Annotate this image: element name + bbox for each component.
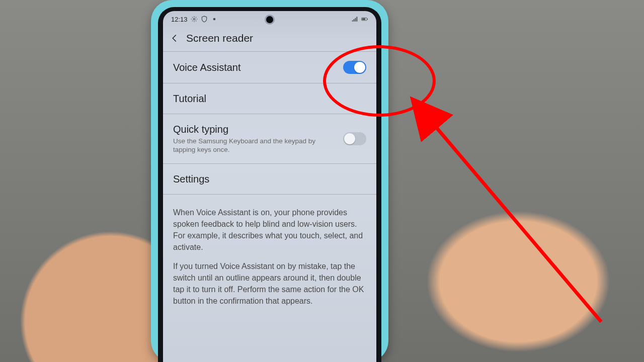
- row-voice-assistant[interactable]: Voice Assistant: [163, 52, 376, 83]
- status-right: [351, 16, 368, 23]
- svg-point-1: [213, 18, 215, 21]
- phone-bezel: 12:13 Screen reader Voice Assis: [158, 7, 381, 362]
- row-tutorial[interactable]: Tutorial: [163, 83, 376, 114]
- svg-point-0: [193, 18, 195, 20]
- voice-assistant-toggle[interactable]: [343, 61, 366, 74]
- battery-icon: [361, 16, 368, 23]
- status-time: 12:13: [171, 16, 188, 23]
- back-icon[interactable]: [170, 34, 179, 43]
- phone-shell: 12:13 Screen reader Voice Assis: [151, 0, 388, 362]
- gear-icon: [191, 16, 198, 23]
- quick-typing-label: Quick typing: [173, 123, 335, 135]
- app-header: Screen reader: [163, 27, 376, 51]
- page-title: Screen reader: [186, 32, 253, 44]
- svg-rect-3: [367, 19, 368, 20]
- info-paragraph-2: If you turned Voice Assistant on by mist…: [173, 260, 366, 307]
- quick-typing-toggle[interactable]: [343, 132, 366, 145]
- row-settings[interactable]: Settings: [163, 164, 376, 194]
- dot-icon: [211, 16, 218, 23]
- voice-assistant-label: Voice Assistant: [173, 61, 335, 73]
- svg-rect-4: [362, 18, 365, 20]
- phone-screen: 12:13 Screen reader Voice Assis: [163, 11, 376, 362]
- status-left: 12:13: [171, 16, 218, 23]
- camera-hole: [266, 16, 273, 23]
- tutorial-label: Tutorial: [173, 93, 366, 105]
- info-block: When Voice Assistant is on, your phone p…: [163, 195, 376, 319]
- settings-label: Settings: [173, 173, 366, 185]
- quick-typing-sub: Use the Samsung Keyboard and the keypad …: [173, 137, 335, 154]
- shield-icon: [201, 16, 208, 23]
- row-quick-typing[interactable]: Quick typing Use the Samsung Keyboard an…: [163, 114, 376, 163]
- signal-icon: [351, 16, 358, 23]
- info-paragraph-1: When Voice Assistant is on, your phone p…: [173, 207, 366, 253]
